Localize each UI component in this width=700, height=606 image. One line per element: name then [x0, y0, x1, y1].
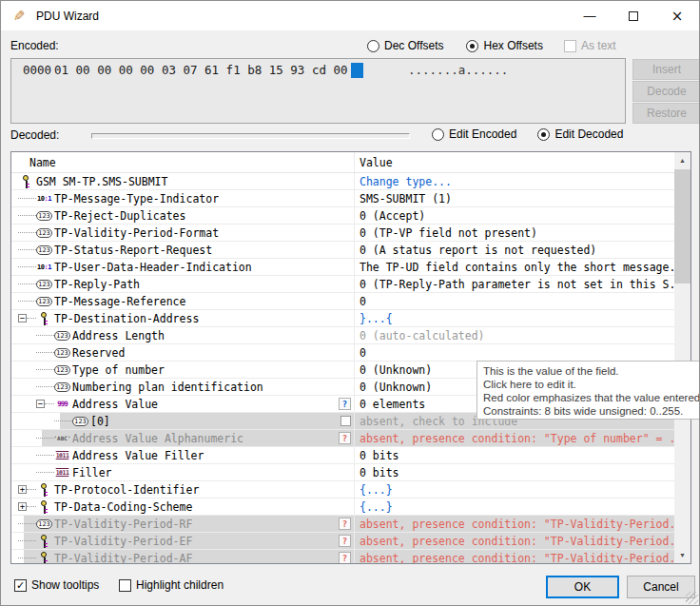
- tree-row[interactable]: 123Reserved0: [11, 344, 674, 362]
- field-value[interactable]: 0: [360, 295, 366, 308]
- offset-radio-hex-offsets[interactable]: Hex Offsets: [466, 39, 542, 52]
- field-value[interactable]: The TP-UD field contains only the short …: [360, 261, 674, 274]
- hex-editor[interactable]: 0000 01 00 00 00 00 03 07 61 f1 b8 15 93…: [10, 58, 626, 124]
- tree-name-cell[interactable]: 123Address Length: [11, 327, 354, 343]
- scrollbar-thumb[interactable]: [674, 169, 690, 283]
- tree-name-cell[interactable]: TP-Validity-Period-EF?: [11, 533, 354, 549]
- scroll-down-button[interactable]: ▼: [674, 547, 690, 563]
- tree-name-cell[interactable]: 123[0]: [11, 413, 354, 429]
- expand-expander-icon[interactable]: +: [18, 502, 27, 511]
- tree-value-cell[interactable]: 0: [354, 293, 674, 309]
- field-value[interactable]: 0: [360, 346, 366, 360]
- tree-value-cell[interactable]: {...}: [354, 481, 674, 498]
- tree-value-cell[interactable]: 0 (auto-calculated): [354, 327, 674, 343]
- tree-row[interactable]: 'ABC'Address Value Alphanumeric?absent, …: [11, 430, 674, 447]
- tree-name-cell[interactable]: 1011Filler: [11, 464, 354, 480]
- tree-row[interactable]: TP-Validity-Period-AF?absent, presence c…: [11, 550, 674, 564]
- edit-mode-radio-edit-encoded[interactable]: Edit Encoded: [432, 127, 516, 141]
- tree-value-cell[interactable]: absent, presence condition: "TP-Validity…: [354, 516, 674, 532]
- edit-mode-radio-edit-decoded[interactable]: Edit Decoded: [537, 127, 623, 141]
- tree-name-cell[interactable]: −999Address Value?: [11, 396, 354, 412]
- field-value[interactable]: absent, presence condition: "Type of num…: [360, 432, 674, 445]
- tree-name-cell[interactable]: 123TP-Status-Report-Request: [11, 242, 354, 258]
- field-value[interactable]: 0 bits: [360, 466, 399, 479]
- tree-row[interactable]: 123TP-Status-Report-Request0 (A status r…: [11, 242, 674, 259]
- vertical-scrollbar[interactable]: ▲ ▼: [674, 152, 690, 563]
- tree-name-cell[interactable]: 123TP-Validity-Period-Format: [11, 225, 354, 241]
- tree-value-cell[interactable]: SMS-SUBMIT (1): [354, 190, 674, 206]
- maximize-button[interactable]: [612, 1, 655, 30]
- tree-name-cell[interactable]: GSM SM-TP.SMS-SUBMIT: [11, 173, 354, 189]
- tree-name-cell[interactable]: 123Reserved: [11, 344, 354, 361]
- field-value[interactable]: 0 (Unknown): [360, 363, 432, 377]
- tree-value-cell[interactable]: absent, presence condition: "TP-Validity…: [354, 550, 674, 564]
- tree-name-cell[interactable]: 123TP-Message-Reference: [11, 293, 354, 309]
- error-question-icon[interactable]: ?: [339, 535, 351, 547]
- tree-value-cell[interactable]: Change type...: [354, 173, 674, 189]
- field-value[interactable]: absent, presence condition: "TP-Validity…: [360, 518, 674, 531]
- tree-name-cell[interactable]: 123TP-Reply-Path: [11, 276, 354, 292]
- tree-row[interactable]: 123TP-Reject-Duplicates0 (Accept): [11, 207, 674, 225]
- field-value[interactable]: }...{: [360, 312, 393, 325]
- tree-name-cell[interactable]: 10:1TP-Message-Type-Indicator: [11, 190, 354, 206]
- field-value[interactable]: {...}: [360, 483, 393, 497]
- tree-row[interactable]: 10:1TP-User-Data-Header-IndicationThe TP…: [11, 259, 674, 276]
- tree-name-cell[interactable]: 'ABC'Address Value Alphanumeric?: [11, 430, 354, 446]
- tree-value-cell[interactable]: 0 bits: [354, 464, 674, 480]
- tree-row[interactable]: +TP-Data-Coding-Scheme{...}: [11, 498, 674, 516]
- field-value[interactable]: 0 elements: [360, 398, 425, 411]
- tree-value-cell[interactable]: 0 (TP-Reply-Path parameter is not set in…: [354, 276, 674, 292]
- tree-row[interactable]: 123TP-Validity-Period-RF?absent, presenc…: [11, 516, 674, 533]
- error-question-icon[interactable]: ?: [339, 518, 351, 530]
- tree-name-cell[interactable]: 10:1TP-User-Data-Header-Indication: [11, 259, 354, 275]
- tree-name-cell[interactable]: TP-Validity-Period-AF?: [11, 550, 354, 564]
- tree-name-cell[interactable]: 1011Address Value Filler: [11, 447, 354, 463]
- tree-row[interactable]: −TP-Destination-Address}...{: [11, 310, 674, 327]
- tree-row[interactable]: TP-Validity-Period-EF?absent, presence c…: [11, 533, 674, 550]
- column-header-value[interactable]: Value: [354, 152, 674, 172]
- column-header-name[interactable]: Name: [11, 152, 354, 172]
- field-value[interactable]: absent, presence condition: "TP-Validity…: [360, 535, 674, 548]
- tree-value-cell[interactable]: 0 (A status report is not requested): [354, 242, 674, 258]
- highlight-children-checkbox[interactable]: Highlight children: [119, 578, 224, 592]
- include-checkbox[interactable]: [340, 416, 351, 426]
- field-value[interactable]: SMS-SUBMIT (1): [360, 192, 452, 205]
- tree-name-cell[interactable]: +TP-Protocol-Identifier: [11, 481, 354, 498]
- field-value[interactable]: 0 bits: [360, 449, 399, 462]
- tree-value-cell[interactable]: 0: [354, 344, 674, 361]
- help-question-icon[interactable]: ?: [339, 398, 351, 410]
- tree-row[interactable]: 123TP-Reply-Path0 (TP-Reply-Path paramet…: [11, 276, 674, 293]
- field-value[interactable]: {...}: [360, 500, 393, 514]
- tree-value-cell[interactable]: 0 (Accept): [354, 207, 674, 224]
- close-button[interactable]: ×: [655, 1, 699, 30]
- tree-name-cell[interactable]: −TP-Destination-Address: [11, 310, 354, 326]
- tree-row[interactable]: 1011Filler0 bits: [11, 464, 674, 481]
- collapse-expander-icon[interactable]: −: [18, 314, 27, 323]
- field-value[interactable]: 0 (auto-calculated): [360, 329, 485, 342]
- tree-row[interactable]: 1011Address Value Filler0 bits: [11, 447, 674, 464]
- minimize-button[interactable]: —: [568, 1, 612, 30]
- tree-row[interactable]: +TP-Protocol-Identifier{...}: [11, 481, 674, 498]
- tree-name-cell[interactable]: 123Numbering plan identification: [11, 379, 354, 395]
- field-value[interactable]: 0 (Unknown): [360, 381, 432, 394]
- tree-row[interactable]: 123TP-Message-Reference0: [11, 293, 674, 310]
- tree-name-cell[interactable]: +TP-Data-Coding-Scheme: [11, 498, 354, 515]
- resize-grip[interactable]: [686, 592, 698, 604]
- field-value[interactable]: 0 (TP-VP field not present): [360, 226, 537, 240]
- offset-radio-dec-offsets[interactable]: Dec Offsets: [367, 39, 443, 52]
- collapse-expander-icon[interactable]: −: [36, 400, 45, 408]
- field-value[interactable]: 0 (A status report is not requested): [360, 244, 596, 257]
- error-question-icon[interactable]: ?: [339, 432, 351, 444]
- tree-row[interactable]: 10:1TP-Message-Type-IndicatorSMS-SUBMIT …: [11, 190, 674, 207]
- field-value[interactable]: 0 (Accept): [360, 209, 425, 223]
- tree-value-cell[interactable]: The TP-UD field contains only the short …: [354, 259, 674, 275]
- scroll-up-button[interactable]: ▲: [674, 152, 690, 168]
- tree-row[interactable]: 123TP-Validity-Period-Format0 (TP-VP fie…: [11, 225, 674, 242]
- titlebar[interactable]: ✎ PDU Wizard — ×: [1, 1, 699, 30]
- tree-value-cell[interactable]: absent, presence condition: "TP-Validity…: [354, 533, 674, 549]
- show-tooltips-checkbox[interactable]: ✓Show tooltips: [14, 578, 99, 592]
- tree-name-cell[interactable]: 123TP-Reject-Duplicates: [11, 207, 354, 224]
- field-value[interactable]: Change type...: [360, 175, 452, 188]
- tree-row[interactable]: GSM SM-TP.SMS-SUBMITChange type...: [11, 173, 674, 190]
- field-value[interactable]: 0 (TP-Reply-Path parameter is not set in…: [360, 278, 674, 291]
